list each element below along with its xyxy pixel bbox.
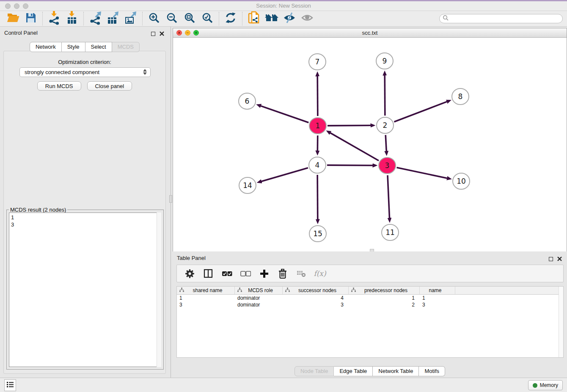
zoom-in-button[interactable] bbox=[145, 11, 163, 26]
tab-select[interactable]: Select bbox=[85, 42, 112, 52]
import-network-button[interactable] bbox=[45, 11, 63, 26]
node-11[interactable]: 11 bbox=[382, 224, 399, 240]
node-label: 1 bbox=[316, 121, 320, 130]
tab-network[interactable]: Network bbox=[30, 42, 62, 52]
cell-shared-name[interactable]: 1 bbox=[177, 295, 235, 301]
edge-3-1[interactable] bbox=[330, 133, 379, 161]
cell-name[interactable]: 1 bbox=[420, 295, 455, 301]
cell-name[interactable]: 3 bbox=[420, 301, 455, 308]
export-network-button[interactable] bbox=[86, 11, 104, 26]
float-panel-icon[interactable] bbox=[151, 32, 155, 36]
column-header-successor-nodes[interactable]: successor nodes bbox=[283, 287, 349, 294]
toolbar-separator bbox=[242, 12, 242, 25]
node-2[interactable]: 2 bbox=[377, 117, 394, 133]
refresh-view-button[interactable] bbox=[222, 11, 239, 26]
node-6[interactable]: 6 bbox=[239, 93, 256, 109]
statusbar: Memory bbox=[0, 378, 567, 392]
edge-4-3[interactable] bbox=[327, 165, 373, 166]
result-scrollbar[interactable] bbox=[157, 213, 161, 367]
fx-icon[interactable]: f(x) bbox=[314, 268, 325, 279]
edge-2-3[interactable] bbox=[385, 135, 386, 151]
search-input[interactable] bbox=[449, 15, 562, 22]
tab-motifs[interactable]: Motifs bbox=[419, 366, 445, 376]
node-15[interactable]: 15 bbox=[309, 226, 326, 242]
run-mcds-button[interactable]: Run MCDS bbox=[37, 81, 81, 91]
select-all-icon[interactable] bbox=[221, 268, 232, 279]
cell-predecessor-nodes[interactable]: 1 bbox=[349, 295, 420, 301]
network-graph[interactable]: 1234678910111415 bbox=[173, 38, 567, 251]
memory-button[interactable]: Memory bbox=[528, 380, 563, 390]
float-panel-icon[interactable] bbox=[549, 257, 553, 261]
node-14[interactable]: 14 bbox=[239, 177, 256, 193]
tab-mcds[interactable]: MCDS bbox=[112, 42, 140, 52]
cell-predecessor-nodes[interactable]: 2 bbox=[349, 301, 420, 308]
cell-shared-name[interactable]: 3 bbox=[177, 301, 235, 308]
tab-node-table[interactable]: Node Table bbox=[295, 366, 334, 376]
deselect-all-icon[interactable] bbox=[240, 268, 251, 279]
edge-1-2[interactable] bbox=[328, 125, 371, 126]
tab-style[interactable]: Style bbox=[62, 42, 85, 52]
node-9[interactable]: 9 bbox=[376, 53, 393, 69]
task-history-button[interactable] bbox=[4, 379, 16, 391]
open-session-button[interactable] bbox=[4, 11, 22, 26]
edge-1-7[interactable] bbox=[317, 76, 318, 116]
zoom-selected-button[interactable] bbox=[198, 11, 216, 26]
titlebar: Session: New Session bbox=[0, 0, 567, 11]
hide-selected-button[interactable] bbox=[281, 11, 298, 26]
add-icon[interactable] bbox=[259, 268, 270, 279]
column-header-shared-name[interactable]: shared name bbox=[177, 287, 235, 294]
import-table-button[interactable] bbox=[63, 11, 81, 26]
splitter-handle-icon[interactable] bbox=[169, 195, 172, 203]
edge-2-8[interactable] bbox=[394, 102, 447, 122]
network-window-title: scc.txt bbox=[173, 30, 567, 36]
table-row[interactable]: 1dominator411 bbox=[177, 295, 563, 301]
table-scrollbar[interactable] bbox=[559, 287, 563, 357]
table-row[interactable]: 3dominator323 bbox=[177, 301, 563, 308]
tab-edge-table[interactable]: Edge Table bbox=[334, 366, 373, 376]
network-from-selection-button[interactable] bbox=[245, 11, 263, 26]
close-panel-icon[interactable] bbox=[557, 255, 562, 263]
tab-network-table[interactable]: Network Table bbox=[373, 366, 419, 376]
cell-MCDS-role[interactable]: dominator bbox=[235, 295, 283, 301]
node-7[interactable]: 7 bbox=[309, 54, 326, 70]
split-columns-icon[interactable] bbox=[203, 268, 214, 279]
edge-3-10[interactable] bbox=[397, 168, 447, 178]
node-8[interactable]: 8 bbox=[452, 88, 469, 105]
node-3[interactable]: 3 bbox=[379, 157, 396, 174]
edge-2-9[interactable] bbox=[385, 75, 385, 116]
close-panel-icon[interactable] bbox=[160, 30, 164, 38]
edge-1-6[interactable] bbox=[261, 106, 308, 122]
gear-icon[interactable] bbox=[184, 268, 195, 279]
mcds-result-text[interactable]: 1 3 bbox=[9, 213, 161, 367]
delete-table-icon[interactable] bbox=[296, 268, 307, 279]
panel-splitter[interactable] bbox=[169, 27, 172, 378]
table-panel-title: Table Panel bbox=[177, 255, 206, 261]
cell-successor-nodes[interactable]: 3 bbox=[283, 301, 349, 308]
cell-successor-nodes[interactable]: 4 bbox=[283, 295, 349, 301]
node-4[interactable]: 4 bbox=[309, 157, 326, 173]
zoom-fit-button[interactable] bbox=[181, 11, 198, 26]
criterion-dropdown[interactable]: strongly connected component bbox=[19, 67, 151, 77]
trash-icon[interactable] bbox=[277, 268, 288, 279]
table-panel-header: Table Panel bbox=[173, 253, 567, 263]
export-image-button[interactable] bbox=[122, 11, 140, 26]
cell-MCDS-role[interactable]: dominator bbox=[235, 301, 283, 308]
edge-4-14[interactable] bbox=[261, 168, 308, 181]
export-table-button[interactable] bbox=[104, 11, 122, 26]
node-1[interactable]: 1 bbox=[309, 118, 326, 134]
zoom-out-button[interactable] bbox=[163, 11, 181, 26]
edge-4-15[interactable] bbox=[317, 175, 318, 219]
home-button[interactable] bbox=[263, 11, 281, 26]
import-network-icon bbox=[48, 11, 61, 27]
column-header-name[interactable]: name bbox=[420, 287, 455, 294]
edge-3-11[interactable] bbox=[388, 175, 389, 218]
refresh-view-icon bbox=[225, 12, 237, 25]
column-header-predecessor-nodes[interactable]: predecessor nodes bbox=[349, 287, 420, 294]
column-header-MCDS-role[interactable]: MCDS role bbox=[235, 287, 283, 294]
save-session-button[interactable] bbox=[22, 11, 40, 26]
node-label: 4 bbox=[315, 161, 320, 169]
network-canvas[interactable]: 1234678910111415 bbox=[173, 38, 567, 251]
show-all-button[interactable] bbox=[298, 11, 316, 26]
close-panel-button[interactable]: Close panel bbox=[87, 81, 132, 91]
node-10[interactable]: 10 bbox=[453, 173, 470, 189]
